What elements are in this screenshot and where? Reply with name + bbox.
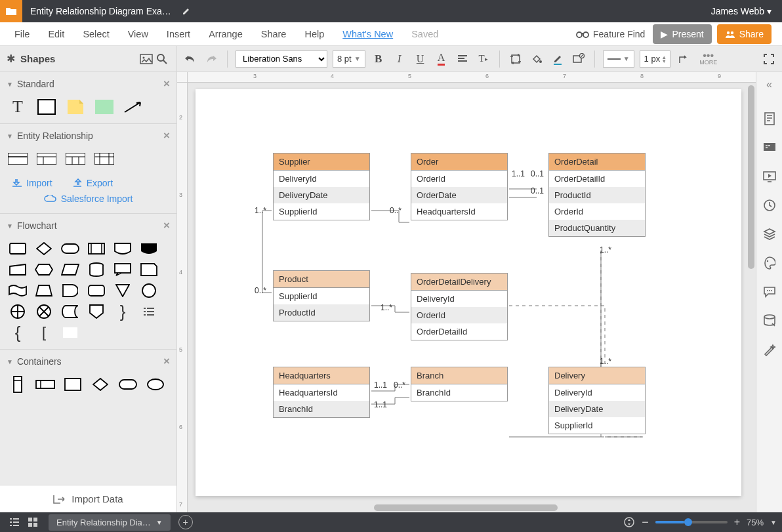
- zoom-slider[interactable]: [655, 521, 728, 523]
- folder-icon[interactable]: [0, 0, 22, 22]
- fc-stored[interactable]: [60, 304, 80, 319]
- fc-terminal[interactable]: [60, 241, 80, 256]
- layers-icon[interactable]: [762, 227, 777, 241]
- shape-text[interactable]: T: [8, 100, 28, 114]
- diagram-page[interactable]: 1..* 0..* 0..* 1..* 1..1 0..1 0..1 1..* …: [196, 89, 741, 496]
- chevron-down-icon[interactable]: ▼: [770, 519, 777, 526]
- menu-help[interactable]: Help: [295, 29, 333, 39]
- image-icon[interactable]: [138, 51, 154, 67]
- canvas[interactable]: 3 4 5 6 7 8 9 2 3 4 5 6 7: [177, 72, 756, 512]
- present-button[interactable]: ▶Present: [653, 24, 711, 44]
- line-style-select[interactable]: ▼: [603, 51, 634, 68]
- entity-delivery[interactable]: Delivery DeliveryId DeliveryDate Supplie…: [548, 367, 646, 434]
- line-width-select[interactable]: 1 px▴▾: [640, 51, 671, 68]
- entity-branch[interactable]: Branch BranchId: [411, 367, 508, 401]
- zoom-out-icon[interactable]: −: [642, 516, 649, 529]
- group-header-er[interactable]: ▼Entity Relationship×: [0, 124, 176, 148]
- vertical-scrollbar[interactable]: [748, 85, 754, 269]
- import-data-button[interactable]: Import Data: [0, 485, 176, 512]
- menu-share[interactable]: Share: [252, 29, 296, 39]
- outline-view-icon[interactable]: [5, 518, 24, 527]
- close-icon[interactable]: ×: [163, 219, 170, 232]
- present-rail-icon[interactable]: [762, 169, 777, 184]
- er-export[interactable]: Export: [72, 178, 113, 188]
- add-page-button[interactable]: +: [178, 515, 193, 529]
- fc-predef[interactable]: [87, 241, 106, 256]
- history-icon[interactable]: [762, 198, 777, 213]
- bold-icon[interactable]: B: [371, 51, 386, 67]
- menu-file[interactable]: File: [5, 29, 39, 39]
- fc-brace-r[interactable]: }: [113, 304, 133, 319]
- fc-shield[interactable]: [87, 304, 106, 319]
- fc-flag[interactable]: [8, 283, 28, 298]
- cont-3[interactable]: [63, 377, 83, 392]
- document-title[interactable]: Entity Relationship Diagram Exa…: [22, 6, 179, 16]
- fc-tri[interactable]: [113, 283, 133, 298]
- group-header-containers[interactable]: ▼Containers×: [0, 350, 176, 373]
- entity-headquarters[interactable]: Headquarters HeadquartersId BranchId: [273, 367, 370, 418]
- feature-find[interactable]: Feature Find: [576, 29, 645, 39]
- fc-display2[interactable]: [139, 241, 159, 256]
- underline-icon[interactable]: U: [413, 51, 428, 67]
- fc-or[interactable]: [34, 304, 54, 319]
- themes-icon[interactable]: [762, 256, 777, 270]
- er-salesforce[interactable]: Salesforce Import: [12, 194, 165, 204]
- group-header-standard[interactable]: ▼Standard×: [0, 72, 176, 96]
- er-import[interactable]: Import: [12, 178, 52, 188]
- gear-icon[interactable]: ✱: [7, 52, 15, 65]
- menu-select[interactable]: Select: [73, 29, 118, 39]
- fc-hex[interactable]: [34, 262, 54, 277]
- menu-whats-new[interactable]: What's New: [333, 29, 402, 39]
- magic-icon[interactable]: [762, 342, 777, 357]
- shape-er-2[interactable]: [37, 152, 56, 166]
- fc-cyl[interactable]: [87, 262, 106, 277]
- fill-icon[interactable]: [529, 51, 545, 67]
- font-select[interactable]: Liberation Sans: [236, 51, 327, 68]
- notes-icon[interactable]: [762, 112, 777, 126]
- shape-block[interactable]: [94, 100, 114, 114]
- font-size-select[interactable]: 8 pt▼: [333, 51, 365, 68]
- data-icon[interactable]: [762, 314, 777, 328]
- shape-er-3[interactable]: [66, 152, 85, 166]
- zoom-in-icon[interactable]: +: [734, 516, 740, 528]
- menu-view[interactable]: View: [119, 29, 157, 39]
- fc-sumjunc[interactable]: [8, 304, 28, 319]
- menu-edit[interactable]: Edit: [39, 29, 73, 39]
- close-icon[interactable]: ×: [163, 129, 170, 142]
- group-header-flowchart[interactable]: ▼Flowchart×: [0, 214, 176, 237]
- entity-supplier[interactable]: Supplier DeliveryId DeliveryDate Supplie…: [273, 153, 370, 220]
- entity-odd[interactable]: OrderDetailDelivery DeliveryId OrderId O…: [411, 273, 508, 340]
- menu-arrange[interactable]: Arrange: [199, 29, 252, 39]
- search-icon[interactable]: [154, 51, 170, 67]
- collapse-icon[interactable]: «: [762, 77, 777, 92]
- close-icon[interactable]: ×: [163, 77, 170, 91]
- shape-er-1[interactable]: [8, 152, 28, 166]
- shape-er-4[interactable]: [94, 152, 114, 166]
- fc-circle[interactable]: [139, 283, 159, 298]
- fc-display1[interactable]: [113, 241, 133, 256]
- fc-diamond[interactable]: [34, 241, 54, 256]
- grid-view-icon[interactable]: [24, 518, 42, 527]
- text-color-icon[interactable]: A: [434, 51, 449, 67]
- chat-icon[interactable]: [762, 285, 777, 299]
- fc-brace-l[interactable]: {: [8, 325, 28, 340]
- align-icon[interactable]: [455, 51, 470, 67]
- close-icon[interactable]: ×: [163, 355, 170, 368]
- entity-product[interactable]: Product SupplierId ProductId: [273, 270, 370, 321]
- line-routing-icon[interactable]: [676, 51, 691, 67]
- fc-bracket[interactable]: [: [34, 325, 54, 340]
- fc-doc2[interactable]: [139, 262, 159, 277]
- fc-list[interactable]: [139, 304, 159, 319]
- user-menu[interactable]: James Webb ▾: [701, 6, 782, 16]
- auto-zoom-icon[interactable]: [623, 516, 635, 528]
- cont-2[interactable]: [35, 377, 55, 392]
- shape-rect[interactable]: [37, 100, 56, 114]
- page-tab[interactable]: Entity Relationship Dia…▼: [49, 514, 171, 531]
- fc-blank[interactable]: [60, 325, 80, 340]
- shape-options-icon[interactable]: [571, 51, 586, 67]
- undo-icon[interactable]: [182, 51, 198, 67]
- zoom-value[interactable]: 75%: [747, 518, 764, 527]
- text-style-icon[interactable]: T▸: [476, 51, 491, 67]
- fc-trap[interactable]: [34, 283, 54, 298]
- fullscreen-icon[interactable]: [761, 51, 777, 67]
